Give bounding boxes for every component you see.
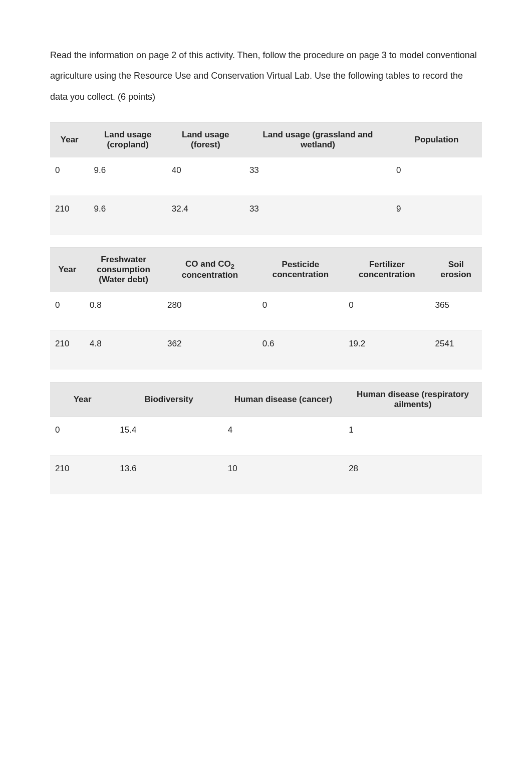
cell-year: 210	[50, 331, 85, 369]
col-population: Population	[391, 122, 482, 157]
cell-fertilizer: 0	[344, 292, 430, 331]
cell-cancer: 4	[223, 417, 344, 456]
cell-cropland: 9.6	[89, 157, 167, 196]
col-year: Year	[50, 122, 89, 157]
intro-paragraph: Read the information on page 2 of this a…	[50, 45, 482, 107]
cell-freshwater: 4.8	[85, 331, 162, 369]
table-row: 210 9.6 32.4 33 9	[50, 196, 482, 235]
table-row: 210 13.6 10 28	[50, 456, 482, 494]
cell-year: 0	[50, 292, 85, 331]
table-header-row: Year Land usage (cropland) Land usage (f…	[50, 122, 482, 157]
cell-co2: 280	[162, 292, 257, 331]
col-biodiversity: Biodiversity	[115, 382, 223, 417]
cell-year: 0	[50, 157, 89, 196]
table-row: 210 4.8 362 0.6 19.2 2541	[50, 331, 482, 369]
col-cancer: Human disease (cancer)	[223, 382, 344, 417]
col-respiratory: Human disease (respiratory ailments)	[344, 382, 482, 417]
cell-year: 0	[50, 417, 115, 456]
col-freshwater: Freshwater consumption (Water debt)	[85, 247, 162, 292]
col-co2: CO and CO2 concentration	[162, 247, 257, 292]
cell-year: 210	[50, 196, 89, 235]
land-usage-table: Year Land usage (cropland) Land usage (f…	[50, 122, 482, 235]
cell-freshwater: 0.8	[85, 292, 162, 331]
col-year: Year	[50, 382, 115, 417]
col-year: Year	[50, 247, 85, 292]
cell-forest: 40	[167, 157, 244, 196]
cell-population: 9	[391, 196, 482, 235]
table-header-row: Year Biodiversity Human disease (cancer)…	[50, 382, 482, 417]
table-row: 0 15.4 4 1	[50, 417, 482, 456]
col-soil: Soil erosion	[430, 247, 482, 292]
environment-table: Year Freshwater consumption (Water debt)…	[50, 247, 482, 369]
table-row: 0 0.8 280 0 0 365	[50, 292, 482, 331]
cell-biodiversity: 13.6	[115, 456, 223, 494]
cell-forest: 32.4	[167, 196, 244, 235]
col-fertilizer: Fertilizer concentration	[344, 247, 430, 292]
col-cropland: Land usage (cropland)	[89, 122, 167, 157]
cell-cancer: 10	[223, 456, 344, 494]
table-header-row: Year Freshwater consumption (Water debt)…	[50, 247, 482, 292]
cell-respiratory: 1	[344, 417, 482, 456]
cell-pesticide: 0.6	[257, 331, 344, 369]
col-grassland: Land usage (grassland and wetland)	[244, 122, 391, 157]
cell-cropland: 9.6	[89, 196, 167, 235]
cell-fertilizer: 19.2	[344, 331, 430, 369]
cell-grassland: 33	[244, 157, 391, 196]
health-table: Year Biodiversity Human disease (cancer)…	[50, 382, 482, 494]
cell-grassland: 33	[244, 196, 391, 235]
col-pesticide: Pesticide concentration	[257, 247, 344, 292]
cell-respiratory: 28	[344, 456, 482, 494]
cell-soil: 2541	[430, 331, 482, 369]
col-forest: Land usage (forest)	[167, 122, 244, 157]
cell-year: 210	[50, 456, 115, 494]
cell-co2: 362	[162, 331, 257, 369]
co2-sub: 2	[231, 263, 234, 270]
cell-soil: 365	[430, 292, 482, 331]
co2-post: concentration	[182, 270, 238, 280]
co2-pre: CO and CO	[185, 259, 231, 269]
cell-pesticide: 0	[257, 292, 344, 331]
cell-biodiversity: 15.4	[115, 417, 223, 456]
cell-population: 0	[391, 157, 482, 196]
table-row: 0 9.6 40 33 0	[50, 157, 482, 196]
